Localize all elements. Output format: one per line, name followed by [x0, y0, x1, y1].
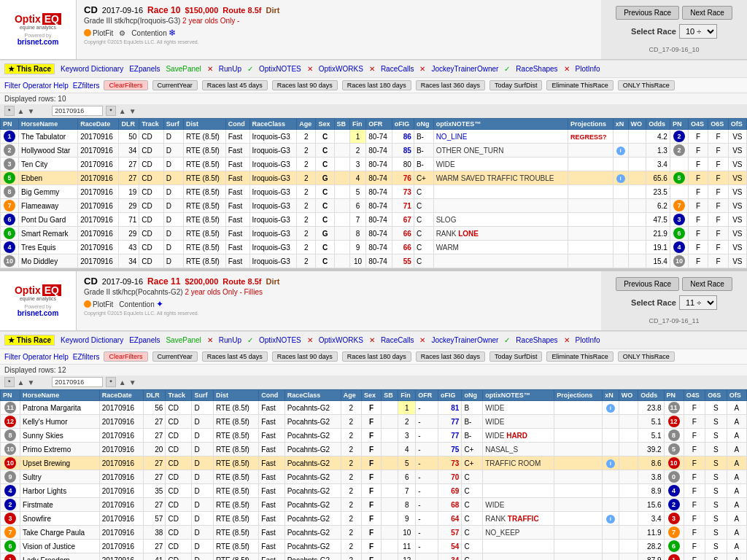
cell-sex: F	[362, 526, 382, 540]
race11-filter-ctrl: * ▲ ▼ * ▲ ▼	[0, 376, 747, 389]
cell-class: Iroquois-G3	[249, 241, 297, 254]
last360-btn[interactable]: Races last 360 days	[416, 80, 485, 90]
race11-today-surf[interactable]: Today SurfDist	[489, 351, 543, 362]
runup-link[interactable]: RunUp	[219, 65, 241, 73]
cell-track: CD	[166, 512, 192, 526]
cell-o6s: S	[705, 429, 727, 443]
race11-optixnotes[interactable]: OptixNOTES	[259, 336, 301, 344]
race11-prev-btn[interactable]: Previous Race	[616, 277, 679, 291]
race11-plotinfo[interactable]: PlotInfo	[576, 336, 600, 344]
brisnet-link[interactable]: brisnet.com	[18, 38, 59, 46]
race11-last180[interactable]: Races last 180 days	[342, 351, 411, 362]
cell-racedate: 20170916	[78, 199, 119, 213]
filter-op-link[interactable]: Filter Operator Help	[4, 82, 69, 90]
race11-last360[interactable]: Races last 360 days	[416, 351, 485, 362]
cell-proj	[554, 401, 603, 415]
race11-ctrl-arrow-up[interactable]: ▲	[18, 378, 25, 386]
cell-pn2: 4	[670, 241, 688, 254]
race11-ctrl-arrow-down2[interactable]: ▼	[129, 378, 136, 386]
only-this-btn[interactable]: ONLY ThisRace	[618, 80, 675, 90]
ctrl-arrow-up2[interactable]: ▲	[119, 107, 126, 115]
race11-date-filter[interactable]	[52, 377, 103, 387]
cell-xn	[603, 526, 619, 540]
race11-next-btn[interactable]: Next Race	[682, 277, 732, 291]
cell-age: 2	[341, 415, 361, 429]
ezpanels-link[interactable]: EZpanels	[129, 65, 160, 73]
raceshapes-link[interactable]: RaceShapes	[516, 65, 557, 73]
race11-current-year[interactable]: CurrentYear	[152, 351, 198, 362]
racecalls-link[interactable]: RaceCalls	[381, 65, 414, 73]
last45-btn[interactable]: Races last 45 days	[202, 80, 268, 90]
cell-ofig: 73	[392, 185, 414, 199]
race-select[interactable]: 10 ÷	[679, 24, 717, 39]
race11-savepanel[interactable]: SavePanel	[166, 336, 201, 344]
race11-raceshapes[interactable]: RaceShapes	[516, 336, 557, 344]
ctrl-arrow-up[interactable]: ▲	[18, 107, 25, 115]
cell-class: Pocahnts-G2	[285, 415, 341, 429]
cell-ofs: A	[727, 553, 746, 561]
ctrl-asterisk[interactable]: *	[4, 106, 15, 116]
race11-runup[interactable]: RunUp	[219, 336, 241, 344]
ctrl-arrow-down[interactable]: ▼	[27, 107, 34, 115]
race11-optixworks[interactable]: OptixWORKS	[319, 336, 363, 344]
r11-col-xn: xN	[603, 390, 619, 401]
last180-btn[interactable]: Races last 180 days	[342, 80, 411, 90]
cell-class: Pocahnts-G2	[285, 401, 341, 415]
today-surf-btn[interactable]: Today SurfDist	[489, 80, 543, 90]
race11-ctrl-asterisk2[interactable]: *	[106, 377, 116, 387]
prev-race-btn[interactable]: Previous Race	[616, 6, 679, 20]
race11-ctrl-arrow-down[interactable]: ▼	[27, 378, 34, 386]
cell-surf: D	[163, 158, 183, 171]
race11-filter-op[interactable]: Filter Operator Help	[4, 353, 69, 361]
race11-ctrl-arrow-up2[interactable]: ▲	[119, 378, 126, 386]
ctrl-arrow-down2[interactable]: ▼	[129, 107, 136, 115]
race11-ezfilters[interactable]: EZfilters	[73, 353, 100, 361]
cell-wo	[619, 553, 638, 561]
brisnet-link2[interactable]: brisnet.com	[18, 309, 59, 317]
race11-select[interactable]: 11 ÷	[679, 295, 717, 310]
keyword-dict-link[interactable]: Keyword Dictionary	[61, 65, 123, 73]
cell-wo	[628, 185, 646, 199]
ctrl-asterisk2[interactable]: *	[106, 106, 116, 116]
race11-ezpanels[interactable]: EZpanels	[129, 336, 160, 344]
cell-cond: Fast	[225, 171, 249, 185]
race11-only-this[interactable]: ONLY ThisRace	[618, 351, 675, 362]
savepanel-link[interactable]: SavePanel	[166, 65, 201, 73]
optixworks-link[interactable]: OptixWORKS	[319, 65, 363, 73]
race11-info: CD 2017-09-16 Race 11 $200,000 Route 8.5…	[77, 271, 601, 330]
cell-class: Iroquois-G3	[249, 185, 297, 199]
clear-filters-btn[interactable]: ClearFilters	[104, 80, 147, 90]
last90-btn[interactable]: Races last 90 days	[272, 80, 338, 90]
cell-sex: F	[362, 429, 382, 443]
race11-select-label: Select Race	[631, 298, 676, 307]
cell-track: CD	[166, 484, 192, 498]
race11-plotfit: PlotFit	[84, 300, 113, 308]
current-year-btn[interactable]: CurrentYear	[152, 80, 198, 90]
cell-sb	[382, 415, 398, 429]
cell-pn2: 5	[670, 171, 688, 185]
race11-jockey-trainer[interactable]: JockeyTrainerOwner	[431, 336, 498, 344]
race11-last90[interactable]: Races last 90 days	[272, 351, 338, 362]
next-race-btn[interactable]: Next Race	[682, 6, 732, 20]
plotinfo-link[interactable]: PlotInfo	[576, 65, 600, 73]
cell-ofig: 54	[438, 540, 461, 553]
cell-xn	[613, 185, 628, 199]
jockey-trainer-link[interactable]: JockeyTrainerOwner	[431, 65, 498, 73]
elim-race-btn[interactable]: Eliminate ThisRace	[546, 80, 613, 90]
race11-last45[interactable]: Races last 45 days	[202, 351, 268, 362]
cell-ofig: 70	[438, 470, 461, 484]
ezfilters-link[interactable]: EZfilters	[73, 82, 100, 90]
race11-clear-filters[interactable]: ClearFilters	[104, 351, 147, 362]
race11-keyword-dict[interactable]: Keyword Dictionary	[61, 336, 123, 344]
date-filter[interactable]	[52, 106, 103, 116]
cell-ofs: VS	[728, 185, 746, 199]
race11-racecalls[interactable]: RaceCalls	[381, 336, 414, 344]
table-row: 2 Firstmate 20170916 27 CD D RTE (8.5f) …	[1, 498, 747, 512]
race11-elim-race[interactable]: Eliminate ThisRace	[546, 351, 613, 362]
cell-o4s: F	[684, 526, 705, 540]
r11-col-track: Track	[166, 390, 192, 401]
race11-ctrl-asterisk[interactable]: *	[4, 377, 15, 387]
cd-label2: CD	[84, 276, 98, 287]
optixnotes-link[interactable]: OptixNOTES	[259, 65, 301, 73]
cell-ofs: A	[727, 498, 746, 512]
